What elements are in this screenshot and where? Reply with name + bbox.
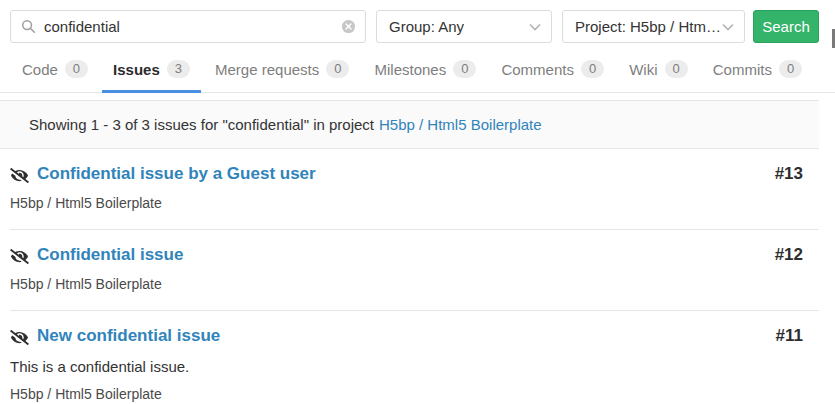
project-filter-dropdown[interactable]: Project: H5bp / Html5 ...	[562, 10, 745, 43]
tab-label: Comments	[501, 61, 574, 78]
tab-count-badge: 0	[65, 60, 88, 78]
tab-wiki[interactable]: Wiki 0	[618, 50, 699, 93]
tab-label: Wiki	[629, 61, 657, 78]
issue-project-name: H5bp / Html5 Boilerplate	[10, 276, 803, 292]
project-filter-label: Project: H5bp / Html5 ...	[575, 18, 722, 35]
tab-label: Milestones	[374, 61, 446, 78]
tab-count-badge: 0	[326, 60, 349, 78]
issue-result-row: Confidential issue by a Guest user #13 H…	[0, 149, 819, 229]
results-summary-text: Showing 1 - 3 of 3 issues for "confident…	[29, 116, 374, 133]
clear-circle-icon[interactable]	[341, 19, 356, 34]
issue-project-name: H5bp / Html5 Boilerplate	[10, 386, 803, 402]
issue-result-row: Confidential issue #12 H5bp / Html5 Boil…	[10, 229, 819, 310]
tab-count-badge: 0	[453, 60, 476, 78]
search-icon	[21, 19, 36, 34]
issue-title-link[interactable]: Confidential issue by a Guest user	[37, 164, 316, 184]
issue-description: This is a confidential issue.	[10, 358, 803, 375]
search-input[interactable]	[44, 18, 341, 35]
tab-count-badge: 0	[581, 60, 604, 78]
eye-slash-icon	[10, 249, 29, 264]
search-toolbar: Group: Any Project: H5bp / Html5 ... Sea…	[0, 0, 835, 43]
eye-slash-icon	[10, 168, 29, 183]
issue-id: #12	[775, 245, 803, 265]
issue-title-link[interactable]: Confidential issue	[37, 245, 183, 265]
tab-count-badge: 3	[167, 60, 190, 78]
issue-result-row: New confidential issue #11 This is a con…	[10, 310, 819, 404]
issue-id: #13	[775, 164, 803, 184]
issue-title-link[interactable]: New confidential issue	[37, 326, 220, 346]
tab-issues[interactable]: Issues 3	[102, 50, 201, 93]
tab-label: Commits	[713, 61, 772, 78]
search-scope-tabs: Code 0 Issues 3 Merge requests 0 Milesto…	[0, 50, 835, 93]
eye-slash-icon	[10, 330, 29, 345]
tab-comments[interactable]: Comments 0	[490, 50, 615, 93]
group-filter-label: Group: Any	[389, 18, 464, 35]
results-summary-bar: Showing 1 - 3 of 3 issues for "confident…	[0, 100, 819, 149]
tab-count-badge: 0	[779, 60, 802, 78]
tab-milestones[interactable]: Milestones 0	[363, 50, 487, 93]
search-button[interactable]: Search	[753, 10, 819, 43]
search-input-wrapper	[10, 10, 366, 43]
search-results-page: Group: Any Project: H5bp / Html5 ... Sea…	[0, 0, 835, 404]
tab-label: Merge requests	[215, 61, 319, 78]
issue-results-list: Confidential issue by a Guest user #13 H…	[0, 149, 819, 404]
tab-commits[interactable]: Commits 0	[702, 50, 813, 93]
tab-merge-requests[interactable]: Merge requests 0	[204, 50, 360, 93]
issue-project-name: H5bp / Html5 Boilerplate	[10, 195, 803, 211]
tab-code[interactable]: Code 0	[11, 50, 99, 93]
tab-label: Issues	[113, 61, 160, 78]
group-filter-dropdown[interactable]: Group: Any	[376, 10, 552, 43]
chevron-down-icon	[722, 23, 734, 31]
issue-id: #11	[776, 326, 803, 346]
summary-project-link[interactable]: H5bp / Html5 Boilerplate	[379, 116, 542, 133]
chevron-down-icon	[529, 23, 541, 31]
tab-label: Code	[22, 61, 58, 78]
tab-count-badge: 0	[665, 60, 688, 78]
